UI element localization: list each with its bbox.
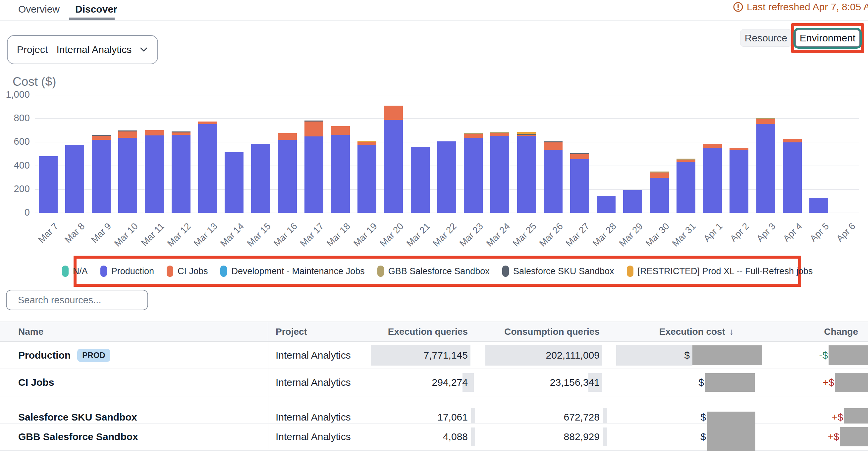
- stacked-bar-mar-15[interactable]: [251, 144, 270, 213]
- tab-overview[interactable]: Overview: [18, 3, 60, 15]
- bar-segment: [517, 136, 536, 213]
- legend-item-development-maintenance-jobs[interactable]: Development - Maintenance Jobs: [220, 265, 365, 277]
- stacked-bar-apr-5[interactable]: [809, 198, 828, 213]
- stacked-bar-mar-10[interactable]: [118, 130, 137, 213]
- group-by-environment-button[interactable]: Environment: [795, 29, 860, 47]
- bar-segment: [411, 147, 430, 213]
- stacked-bar-mar-18[interactable]: [331, 126, 350, 213]
- column-header-execution-cost[interactable]: Execution cost↓: [602, 326, 765, 337]
- bar-slot-apr-2: [726, 95, 752, 213]
- bar-segment: [464, 138, 483, 213]
- chevron-down-icon: [140, 47, 148, 53]
- x-tick-slot: Mar 27: [566, 216, 593, 246]
- bar-segment: [756, 119, 775, 124]
- bar-series: [35, 95, 859, 213]
- bar-segment: [118, 131, 137, 138]
- legend-item-salesforce-sku-sandbox[interactable]: Salesforce SKU Sandbox: [502, 265, 614, 277]
- column-header-project[interactable]: Project: [268, 326, 371, 337]
- legend-swatch: [377, 265, 384, 277]
- search-input[interactable]: [17, 294, 144, 306]
- table-row-production[interactable]: ProductionPRODInternal Analytics7,771,14…: [0, 342, 868, 369]
- legend-item-ci-jobs[interactable]: CI Jobs: [167, 265, 208, 277]
- stacked-bar-apr-2[interactable]: [730, 148, 748, 213]
- stacked-bar-mar-8[interactable]: [65, 145, 84, 213]
- cost-highlight-box: $: [616, 345, 692, 365]
- column-header-change[interactable]: Change: [765, 326, 868, 337]
- stacked-bar-mar-23[interactable]: [464, 133, 483, 213]
- project-filter-dropdown[interactable]: Project Internal Analytics: [7, 35, 158, 64]
- execution-queries-value: 4,088: [371, 431, 470, 442]
- stacked-bar-mar-26[interactable]: [544, 141, 562, 213]
- stacked-bar-mar-21[interactable]: [411, 147, 430, 213]
- legend-item-production[interactable]: Production: [100, 265, 154, 277]
- bar-slot-mar-9: [88, 95, 114, 213]
- legend-item--restricted-prod-xl-full-refresh-jobs[interactable]: [RESTRICTED] Prod XL -- Full-Refresh job…: [627, 265, 813, 277]
- table-row-ci-jobs[interactable]: CI JobsInternal Analytics294,27423,156,3…: [0, 369, 868, 396]
- stacked-bar-mar-14[interactable]: [225, 152, 244, 213]
- chart-title: Cost ($): [12, 75, 56, 89]
- stacked-bar-mar-30[interactable]: [650, 171, 669, 213]
- bar-segment: [490, 133, 509, 136]
- bar-slot-mar-12: [168, 95, 194, 213]
- x-tick-slot: Mar 13: [194, 216, 221, 246]
- bar-slot-mar-13: [194, 95, 221, 213]
- stacked-bar-mar-20[interactable]: [384, 106, 403, 213]
- stacked-bar-mar-19[interactable]: [358, 141, 376, 213]
- stacked-bar-mar-7[interactable]: [39, 156, 58, 213]
- stacked-bar-mar-17[interactable]: [305, 121, 323, 213]
- stacked-bar-mar-24[interactable]: [490, 132, 509, 213]
- stacked-bar-mar-31[interactable]: [677, 159, 695, 213]
- bar-slot-mar-26: [540, 95, 566, 213]
- x-tick-slot: Mar 10: [115, 216, 141, 246]
- bar-slot-mar-27: [566, 95, 593, 213]
- group-by-resource-button[interactable]: Resource: [740, 29, 792, 47]
- x-tick-slot: Mar 11: [141, 216, 168, 246]
- x-tick-label: Mar 14: [218, 221, 246, 249]
- y-tick-1000: 1,000: [0, 89, 30, 100]
- bar-segment: [384, 120, 403, 213]
- legend-item-gbb-salesforce-sandbox[interactable]: GBB Salesforce Sandbox: [377, 265, 490, 277]
- bar-segment: [65, 145, 84, 213]
- stacked-bar-mar-16[interactable]: [278, 133, 297, 213]
- x-tick-label: Apr 4: [781, 221, 804, 244]
- x-tick-slot: Mar 22: [433, 216, 460, 246]
- cost-redaction-box: [692, 345, 762, 365]
- stacked-bar-mar-22[interactable]: [437, 141, 456, 213]
- stacked-bar-apr-1[interactable]: [703, 144, 722, 213]
- column-header-name[interactable]: Name: [0, 326, 268, 337]
- bar-segment: [623, 190, 642, 213]
- y-tick-800: 800: [0, 112, 30, 124]
- resource-name: CI Jobs: [18, 377, 54, 388]
- bar-segment: [570, 159, 589, 213]
- value-highlight-sliver: [471, 427, 475, 446]
- x-tick-slot: Mar 30: [646, 216, 673, 246]
- stacked-bar-apr-4[interactable]: [783, 139, 802, 213]
- legend-swatch: [167, 265, 173, 277]
- y-tick-200: 200: [0, 184, 30, 194]
- x-tick-label: Mar 31: [670, 221, 698, 249]
- stacked-bar-mar-11[interactable]: [145, 130, 164, 213]
- bar-slot-mar-10: [115, 95, 141, 213]
- bar-segment: [92, 136, 111, 140]
- x-tick-label: Mar 26: [537, 221, 565, 249]
- column-header-consumption-queries[interactable]: Consumption queries: [470, 326, 602, 337]
- stacked-bar-mar-9[interactable]: [92, 135, 111, 213]
- column-header-execution-queries[interactable]: Execution queries: [371, 326, 470, 337]
- bar-segment: [464, 134, 483, 138]
- stacked-bar-mar-13[interactable]: [198, 122, 217, 213]
- stacked-bar-mar-28[interactable]: [597, 196, 616, 213]
- x-tick-slot: Mar 14: [221, 216, 247, 246]
- table-row-salesforce-sku-sandbox[interactable]: Salesforce SKU SandboxInternal Analytics…: [0, 396, 868, 423]
- stacked-bar-mar-29[interactable]: [623, 190, 642, 213]
- stacked-bar-mar-27[interactable]: [570, 153, 589, 213]
- stacked-bar-mar-25[interactable]: [517, 132, 536, 213]
- value-highlight-box: 7,771,145: [371, 345, 470, 365]
- stacked-bar-mar-12[interactable]: [172, 131, 190, 213]
- legend-label: Development - Maintenance Jobs: [231, 266, 365, 277]
- tab-discover[interactable]: Discover: [75, 3, 117, 15]
- alert-circle-icon: [733, 2, 743, 12]
- x-tick-slot: Mar 9: [88, 216, 114, 246]
- stacked-bar-apr-3[interactable]: [756, 118, 775, 213]
- legend-item-n-a[interactable]: N/A: [62, 265, 88, 277]
- bar-slot-mar-29: [620, 95, 646, 213]
